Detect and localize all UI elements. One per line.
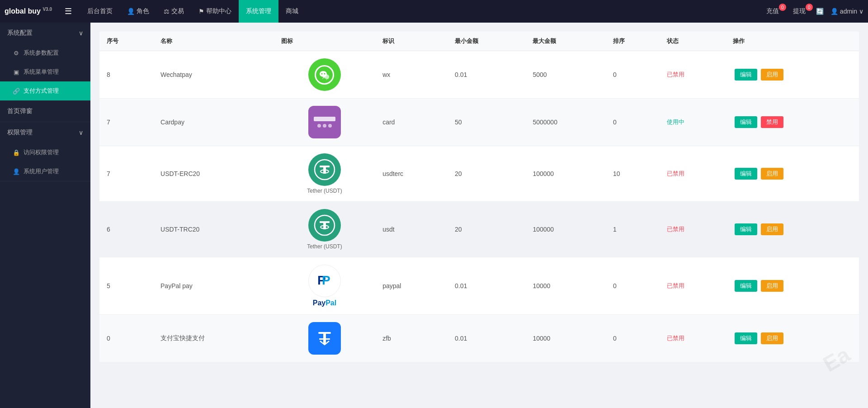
- payment-icon-paypal: P P PayPal: [281, 265, 368, 307]
- cell-max: 100000: [525, 202, 606, 257]
- edit-button[interactable]: 编辑: [735, 69, 757, 81]
- gear-icon: ⚙: [13, 50, 20, 57]
- sidebar-section-header-system-config[interactable]: 系统配置 ∨: [0, 23, 90, 43]
- enable-button[interactable]: 启用: [761, 332, 783, 344]
- cell-action: 编辑 禁用: [726, 99, 859, 146]
- payment-table-container: 序号 名称 图标 标识 最小金额 最大金额 排序 状态 操作 8 Wechatp…: [99, 32, 859, 362]
- nav-item-dashboard[interactable]: 后台首页: [80, 0, 120, 23]
- cell-action: 编辑 启用: [726, 146, 859, 202]
- card-strip: [314, 117, 335, 121]
- nav-item-trade[interactable]: ⚖交易: [156, 0, 191, 23]
- charge-button[interactable]: 充值 0: [763, 7, 783, 15]
- cell-min: 0.01: [448, 257, 525, 315]
- payment-icon-wechat: [281, 58, 368, 91]
- cell-name: USDT-ERC20: [153, 146, 274, 202]
- card-dots: [317, 124, 332, 128]
- menu-icon: ▣: [13, 69, 20, 76]
- cell-identifier: usdterc: [375, 146, 448, 202]
- cell-icon: [274, 315, 375, 362]
- svg-point-2: [324, 73, 326, 74]
- cell-min: 50: [448, 99, 525, 146]
- col-identifier: 标识: [375, 32, 448, 51]
- cell-identifier: usdt: [375, 202, 448, 257]
- sidebar-section-header-popup[interactable]: 首页弹窗: [0, 101, 90, 122]
- payment-icon-card: [281, 106, 368, 138]
- col-sort: 排序: [606, 32, 660, 51]
- cell-sort: 0: [606, 51, 660, 99]
- edit-button[interactable]: 编辑: [735, 223, 757, 235]
- disable-button[interactable]: 禁用: [761, 116, 783, 128]
- lock-icon: 🔒: [13, 149, 20, 156]
- cell-sort: 0: [606, 99, 660, 146]
- sidebar-item-access-control[interactable]: 🔒 访问权限管理: [0, 143, 90, 162]
- sidebar-item-system-users[interactable]: 👤 系统用户管理: [0, 162, 90, 181]
- svg-rect-16: [326, 338, 330, 340]
- nav-item-shop[interactable]: 商城: [278, 0, 306, 23]
- cell-icon: P P PayPal: [274, 257, 375, 315]
- edit-button[interactable]: 编辑: [735, 332, 757, 344]
- enable-button[interactable]: 启用: [761, 168, 783, 180]
- table-row: 5 PayPal pay P P PayPal: [99, 257, 859, 315]
- table-row: 7 USDT-ERC20: [99, 146, 859, 202]
- cell-status: 使用中: [660, 99, 726, 146]
- sidebar-section-header-permissions[interactable]: 权限管理 ∨: [0, 122, 90, 143]
- nav-items: 后台首页 👤角色 ⚖交易 ⚑帮助中心 系统管理 商城: [80, 0, 763, 23]
- sidebar-item-payment[interactable]: 🔗 支付方式管理: [0, 81, 90, 100]
- cell-max: 10000: [525, 315, 606, 362]
- enable-button[interactable]: 启用: [761, 280, 783, 292]
- tether-icon: [308, 153, 341, 186]
- cell-sort: 0: [606, 257, 660, 315]
- cell-max: 5000: [525, 51, 606, 99]
- sidebar-item-system-params[interactable]: ⚙ 系统参数配置: [0, 43, 90, 62]
- cell-status: 已禁用: [660, 315, 726, 362]
- cell-icon: [274, 51, 375, 99]
- tether-svg: [313, 158, 336, 181]
- card-icon: [308, 106, 341, 138]
- edit-button[interactable]: 编辑: [735, 116, 757, 128]
- cell-max: 5000000: [525, 99, 606, 146]
- col-max: 最大金额: [525, 32, 606, 51]
- paypal-icon: P P: [308, 265, 341, 297]
- table-row: 8 Wechatpay: [99, 51, 859, 99]
- nav-item-role[interactable]: 👤角色: [120, 0, 156, 23]
- top-navigation: global buy V3.0 ☰ 后台首页 👤角色 ⚖交易 ⚑帮助中心 系统管…: [0, 0, 868, 23]
- enable-button[interactable]: 启用: [761, 69, 783, 81]
- tether-label: Tether (USDT): [307, 188, 342, 194]
- paypal-svg: P P: [314, 270, 335, 292]
- cell-sort: 1: [606, 202, 660, 257]
- enable-button[interactable]: 启用: [761, 223, 783, 235]
- col-status: 状态: [660, 32, 726, 51]
- table-header-row: 序号 名称 图标 标识 最小金额 最大金额 排序 状态 操作: [99, 32, 859, 51]
- cell-name: 支付宝快捷支付: [153, 315, 274, 362]
- cell-sort: 10: [606, 146, 660, 202]
- nav-item-help[interactable]: ⚑帮助中心: [191, 0, 239, 23]
- main-content: 序号 名称 图标 标识 最小金额 最大金额 排序 状态 操作 8 Wechatp…: [90, 23, 868, 408]
- nav-item-system[interactable]: 系统管理: [239, 0, 278, 23]
- cell-action: 编辑 启用: [726, 257, 859, 315]
- svg-rect-14: [323, 332, 326, 345]
- alipay-svg: [314, 327, 335, 349]
- sidebar-item-system-menu[interactable]: ▣ 系统菜单管理: [0, 62, 90, 81]
- cell-id: 8: [99, 51, 153, 99]
- edit-button[interactable]: 编辑: [735, 280, 757, 292]
- sidebar-section-permissions: 权限管理 ∨ 🔒 访问权限管理 👤 系统用户管理: [0, 122, 90, 181]
- sidebar-section-popup: 首页弹窗: [0, 101, 90, 122]
- cell-identifier: zfb: [375, 315, 448, 362]
- cell-id: 6: [99, 202, 153, 257]
- table-row: 0 支付宝快捷支付: [99, 315, 859, 362]
- payment-icon-alipay: [281, 322, 368, 355]
- svg-rect-15: [319, 338, 324, 340]
- nav-toggle-button[interactable]: ☰: [61, 6, 75, 16]
- edit-button[interactable]: 编辑: [735, 168, 757, 180]
- col-id: 序号: [99, 32, 153, 51]
- table-row: 7 Cardpay: [99, 99, 859, 146]
- withdraw-button[interactable]: 提现 0: [789, 7, 809, 15]
- refresh-button[interactable]: 🔄: [816, 8, 824, 15]
- wechat-svg: [314, 65, 335, 85]
- cell-max: 100000: [525, 146, 606, 202]
- app-logo: global buy V3.0: [5, 7, 52, 15]
- cell-id: 7: [99, 99, 153, 146]
- cell-action: 编辑 启用: [726, 202, 859, 257]
- admin-menu[interactable]: 👤 admin ∨: [830, 8, 863, 15]
- tether-svg: [313, 214, 336, 237]
